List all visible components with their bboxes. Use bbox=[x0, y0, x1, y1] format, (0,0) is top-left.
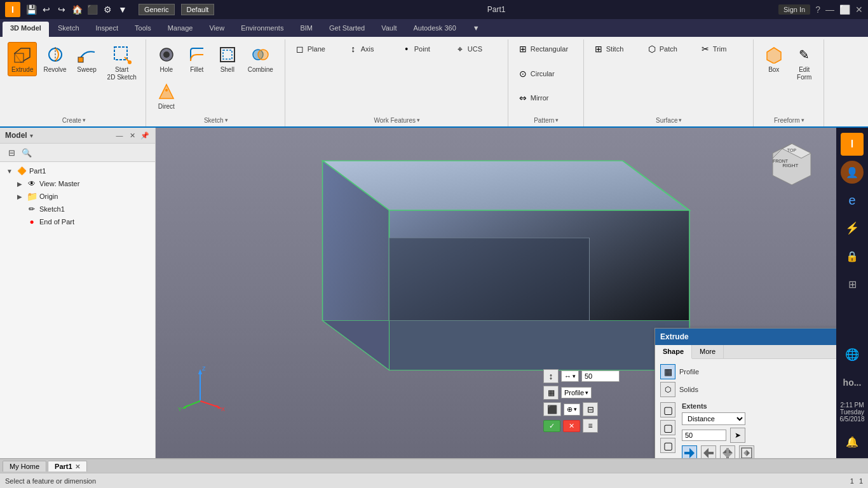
dlg-dir-icon-2[interactable] bbox=[701, 445, 716, 458]
float-distance-dropdown[interactable]: ↔ ▾ bbox=[561, 370, 579, 382]
fillet-button[interactable]: Fillet bbox=[183, 42, 211, 76]
sidebar-dropdown-arrow[interactable]: ▾ bbox=[30, 132, 33, 139]
start-2d-sketch-button[interactable]: Start2D Sketch bbox=[104, 42, 140, 84]
float-profile-dropdown[interactable]: Profile ▾ bbox=[561, 387, 592, 398]
trim-button[interactable]: ✂ Trim bbox=[697, 42, 748, 56]
tab-bim[interactable]: BIM bbox=[292, 22, 320, 37]
combine-button[interactable]: Combine bbox=[244, 42, 277, 76]
sidebar-close-button[interactable]: ✕ bbox=[127, 130, 137, 140]
right-bar-profile-btn[interactable]: 👤 bbox=[841, 161, 864, 184]
right-bar-chrome-btn[interactable]: 🌐 bbox=[841, 343, 864, 366]
home-button[interactable]: 🏠 bbox=[70, 3, 84, 17]
tab-my-home[interactable]: My Home bbox=[3, 461, 46, 471]
sidebar-pin-button[interactable]: 📌 bbox=[140, 130, 150, 140]
circular-button[interactable]: ⊙ Circular bbox=[515, 67, 566, 81]
hole-button[interactable]: Hole bbox=[153, 42, 180, 76]
dlg-solids-icon-btn[interactable]: ⬡ bbox=[660, 382, 675, 397]
dlg-extents-type-select[interactable]: Distance To To Next Through All Between bbox=[682, 412, 745, 425]
tab-vault[interactable]: Vault bbox=[374, 22, 404, 37]
redo-button[interactable]: ↪ bbox=[55, 3, 69, 17]
right-bar-notification-btn[interactable]: 🔔 bbox=[841, 430, 864, 453]
float-output-btn2[interactable]: ⊟ bbox=[583, 402, 598, 416]
edit-form-button[interactable]: ✎ EditForm bbox=[790, 42, 818, 84]
more-button[interactable]: ▼ bbox=[116, 3, 130, 17]
minimize-button[interactable]: — bbox=[825, 4, 834, 15]
dlg-dir-icon-3[interactable] bbox=[720, 445, 735, 458]
right-bar-lock-btn[interactable]: 🔒 bbox=[841, 245, 864, 268]
right-bar-edge-btn[interactable]: e bbox=[841, 189, 864, 212]
tree-item-origin[interactable]: ▶ 📁 Origin bbox=[0, 190, 155, 203]
tree-item-end-of-part[interactable]: ▶ ● End of Part bbox=[0, 215, 155, 228]
patch-button[interactable]: ⬡ Patch bbox=[644, 42, 695, 56]
save-button[interactable]: 💾 bbox=[24, 3, 38, 17]
tab-more[interactable]: ▼ bbox=[465, 22, 487, 37]
axis-button[interactable]: ↕ Axis bbox=[345, 42, 396, 56]
dlg-distance-input[interactable]: 50 bbox=[682, 430, 726, 441]
tree-expand-part1[interactable]: ▼ bbox=[5, 166, 14, 175]
undo-button[interactable]: ↩ bbox=[39, 3, 53, 17]
tree-expand-view-master[interactable]: ▶ bbox=[15, 179, 24, 188]
dlg-extent-icon-3[interactable]: ▢ bbox=[660, 438, 675, 453]
direct-button[interactable]: Direct bbox=[153, 79, 180, 113]
sketch-group-chevron[interactable]: ▾ bbox=[225, 117, 228, 123]
stitch-button[interactable]: ⊞ Stitch bbox=[590, 42, 641, 56]
app-logo[interactable]: I bbox=[5, 2, 20, 17]
work-features-group-chevron[interactable]: ▾ bbox=[417, 117, 420, 123]
tree-expand-origin[interactable]: ▶ bbox=[15, 192, 24, 201]
plane-button[interactable]: ◻ Plane bbox=[292, 42, 342, 56]
point-button[interactable]: • Point bbox=[398, 42, 449, 56]
tab-tools[interactable]: Tools bbox=[127, 22, 159, 37]
revolve-button[interactable]: Revolve bbox=[39, 42, 70, 76]
tree-item-sketch1[interactable]: ▶ ✏ Sketch1 bbox=[0, 203, 155, 215]
tab-autodesk-360[interactable]: Autodesk 360 bbox=[405, 22, 463, 37]
dlg-extent-icon-2[interactable]: ▢ bbox=[660, 420, 675, 435]
extrude-button[interactable]: Extrude bbox=[8, 42, 37, 76]
box-button[interactable]: Box bbox=[760, 42, 788, 76]
tab-part1-close[interactable]: ✕ bbox=[75, 463, 80, 470]
create-group-chevron[interactable]: ▾ bbox=[83, 117, 86, 123]
tab-inspect[interactable]: Inspect bbox=[88, 22, 126, 37]
dlg-profile-icon-btn[interactable]: ▦ bbox=[660, 364, 675, 379]
tab-get-started[interactable]: Get Started bbox=[322, 22, 372, 37]
search-tool[interactable]: 🔍 bbox=[20, 146, 33, 159]
dialog-tab-more[interactable]: More bbox=[692, 345, 724, 358]
float-output-btn1[interactable]: ⬛ bbox=[543, 402, 561, 416]
settings-button[interactable]: ⚙ bbox=[100, 3, 114, 17]
float-distance-input[interactable]: 50 bbox=[581, 370, 620, 382]
profile-selector[interactable]: Default bbox=[181, 4, 215, 15]
tree-item-part1[interactable]: ▼ 🔶 Part1 bbox=[0, 165, 155, 177]
float-distance-icon[interactable]: ↕ bbox=[543, 369, 559, 383]
float-profile-icon[interactable]: ▦ bbox=[543, 386, 559, 400]
tab-part1[interactable]: Part1 ✕ bbox=[48, 461, 87, 471]
tree-item-view-master[interactable]: ▶ 👁 View: Master bbox=[0, 177, 155, 190]
dlg-extent-icon-1[interactable]: ▢ bbox=[660, 402, 675, 417]
tab-environments[interactable]: Environments bbox=[233, 22, 291, 37]
dlg-distance-arrow[interactable]: ➤ bbox=[730, 428, 745, 443]
maximize-button[interactable]: ⬜ bbox=[839, 4, 850, 15]
float-ok-button[interactable]: ✓ bbox=[543, 420, 560, 432]
tab-manage[interactable]: Manage bbox=[160, 22, 201, 37]
rectangular-button[interactable]: ⊞ Rectangular bbox=[515, 42, 571, 56]
tab-view[interactable]: View bbox=[201, 22, 232, 37]
launch-button[interactable]: ⬛ bbox=[85, 3, 99, 17]
workspace-selector[interactable]: Generic bbox=[139, 4, 175, 15]
sidebar-collapse-button[interactable]: — bbox=[114, 130, 125, 140]
float-cancel-button[interactable]: ✕ bbox=[563, 420, 580, 432]
dlg-dir-icon-1[interactable] bbox=[682, 445, 697, 458]
sweep-button[interactable]: Sweep bbox=[73, 42, 101, 76]
right-bar-flash-btn[interactable]: ⚡ bbox=[841, 217, 864, 240]
viewport[interactable]: RIGHT FRONT TOP X Y Z bbox=[156, 128, 836, 458]
mirror-button[interactable]: ⇔ Mirror bbox=[515, 91, 566, 105]
right-bar-apps-btn[interactable]: ⊞ bbox=[841, 273, 864, 295]
help-button[interactable]: ? bbox=[815, 4, 820, 15]
dialog-tab-shape[interactable]: Shape bbox=[655, 345, 692, 359]
float-more-button[interactable]: ≡ bbox=[583, 419, 598, 433]
dlg-dir-icon-4[interactable] bbox=[739, 445, 754, 458]
sign-in-button[interactable]: Sign In bbox=[778, 4, 810, 15]
right-bar-user-btn[interactable]: ho... bbox=[841, 371, 864, 394]
float-output-dropdown[interactable]: ⊕ ▾ bbox=[564, 403, 580, 416]
tab-sketch[interactable]: Sketch bbox=[50, 22, 87, 37]
ucs-button[interactable]: ⌖ UCS bbox=[452, 42, 503, 56]
close-button[interactable]: ✕ bbox=[855, 4, 863, 15]
shell-button[interactable]: Shell bbox=[214, 42, 241, 76]
